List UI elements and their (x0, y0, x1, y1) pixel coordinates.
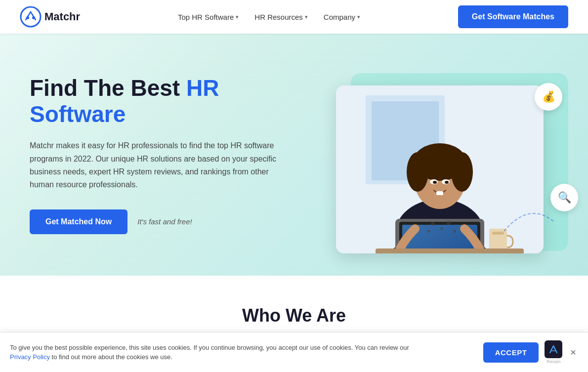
svg-point-10 (407, 152, 428, 192)
float-icon-1: 💰 (535, 83, 562, 111)
svg-rect-22 (376, 248, 524, 253)
hero-section: Find The Best HR Software Matchr makes i… (0, 34, 588, 276)
svg-point-14 (433, 181, 437, 184)
chevron-down-icon: ▾ (305, 14, 308, 20)
logo-text: Matchr (44, 10, 80, 23)
hero-title: Find The Best HR Software (30, 75, 306, 127)
svg-point-25 (447, 221, 451, 225)
svg-point-2 (32, 16, 35, 19)
logo[interactable]: Matchr (20, 6, 80, 28)
nav-link-hr-resources[interactable]: HR Resources ▾ (254, 13, 308, 21)
nav-link-company[interactable]: Company ▾ (324, 13, 360, 21)
svg-point-26 (427, 230, 430, 233)
svg-point-0 (21, 7, 41, 27)
hero-actions: Get Matched Now It's fast and free! (30, 209, 306, 234)
hero-subtitle: Matchr makes it easy for HR professional… (30, 139, 277, 192)
nav-link-hr-software[interactable]: Top HR Software ▾ (178, 13, 239, 21)
hero-content: Find The Best HR Software Matchr makes i… (30, 75, 306, 234)
svg-point-27 (453, 230, 456, 233)
hero-cta-button[interactable]: Get Matched Now (30, 209, 127, 234)
cookie-banner: To give you the best possible experience… (0, 332, 588, 336)
svg-point-1 (26, 16, 29, 19)
float-icon-2: 🔍 (550, 184, 578, 211)
hero-note: It's fast and free! (137, 217, 192, 226)
dashed-arc-decoration (499, 197, 558, 236)
svg-point-15 (445, 181, 449, 184)
logo-icon (20, 6, 42, 28)
svg-point-24 (440, 227, 443, 230)
chevron-down-icon: ▾ (236, 14, 239, 20)
nav-links: Top HR Software ▾ HR Resources ▾ Company… (178, 13, 360, 21)
svg-point-11 (451, 152, 473, 192)
svg-rect-28 (436, 191, 443, 195)
chevron-down-icon: ▾ (357, 14, 360, 20)
who-title: Who We Are (20, 305, 568, 326)
who-section: Who We Are (0, 276, 588, 336)
svg-point-23 (431, 222, 435, 226)
nav-cta-button[interactable]: Get Software Matches (458, 5, 568, 28)
hero-image-area: 💰 🔍 (311, 34, 588, 276)
navbar: Matchr Top HR Software ▾ HR Resources ▾ … (0, 0, 588, 34)
